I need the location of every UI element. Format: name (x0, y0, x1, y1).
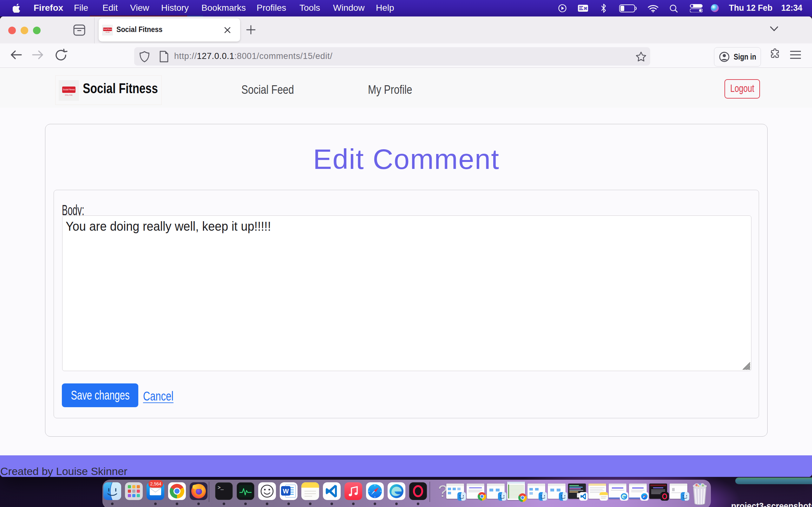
svg-text:⌘: ⌘ (583, 6, 588, 11)
svg-text:W: W (283, 488, 289, 495)
svg-text:>_: >_ (217, 485, 224, 491)
